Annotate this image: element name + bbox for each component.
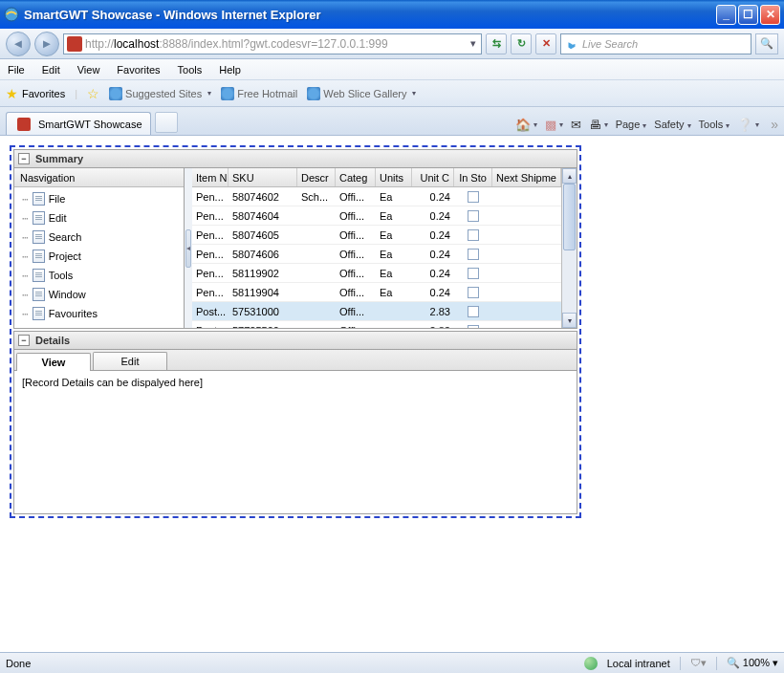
tree-item[interactable]: ⋯Favourites xyxy=(14,304,184,323)
menu-file[interactable]: File xyxy=(8,64,25,76)
address-bar[interactable]: http://localhost:8888/index.html?gwt.cod… xyxy=(63,33,482,54)
checkbox[interactable] xyxy=(468,191,479,203)
scroll-track[interactable] xyxy=(562,184,577,313)
print-button[interactable]: 🖶 xyxy=(589,118,608,132)
grid-scrollbar[interactable]: ▴ ▾ xyxy=(561,168,577,328)
free-hotmail-link[interactable]: Free Hotmail xyxy=(221,87,297,100)
scroll-thumb[interactable] xyxy=(563,184,576,250)
col-item[interactable]: Item N xyxy=(192,168,229,186)
tools-menu[interactable]: Tools xyxy=(699,119,730,130)
menu-favorites[interactable]: Favorites xyxy=(117,64,160,76)
grid-row[interactable]: Pen...58074604Offi...Ea0.24 xyxy=(192,206,561,226)
cell-category: Offi... xyxy=(336,321,376,328)
col-descr[interactable]: Descr xyxy=(297,168,336,186)
security-zone[interactable]: Local intranet xyxy=(607,658,670,669)
splitter-handle[interactable]: ◂ xyxy=(185,229,191,268)
add-fav-icon[interactable]: ☆ xyxy=(87,86,99,101)
tree-item[interactable]: ⋯Project xyxy=(14,247,184,266)
grid-row[interactable]: Pen...58074605Offi...Ea0.24 xyxy=(192,226,561,245)
tree-item-label: Tools xyxy=(49,270,74,281)
home-button[interactable]: 🏠 xyxy=(515,118,537,132)
tree-item[interactable]: ⋯Window xyxy=(14,285,184,304)
collapse-icon[interactable]: − xyxy=(18,335,30,346)
cell-sku: 58119902 xyxy=(229,264,297,282)
scroll-up-button[interactable]: ▴ xyxy=(562,168,577,184)
checkbox[interactable] xyxy=(468,268,479,279)
tab-view[interactable]: View xyxy=(16,353,91,371)
compat-button[interactable]: ⇆ xyxy=(486,33,507,54)
cell-units: Ea xyxy=(376,226,412,244)
navigation-header[interactable]: Nasvigation xyxy=(14,168,184,187)
mail-button[interactable]: ✉ xyxy=(571,118,581,132)
back-button[interactable]: ◄ xyxy=(6,32,31,56)
tree-item[interactable]: ⋯Edit xyxy=(14,208,184,228)
details-header[interactable]: − Details xyxy=(13,331,577,350)
cell-unitcost: 0.24 xyxy=(412,264,454,282)
safety-menu[interactable]: Safety xyxy=(654,119,690,130)
cell-nextship xyxy=(492,321,561,328)
grid-row[interactable]: Post...57531000Offi...2.83 xyxy=(192,302,561,321)
splitter[interactable]: ◂ xyxy=(185,168,192,328)
cell-category: Offi... xyxy=(336,302,376,320)
col-sku[interactable]: SKU xyxy=(229,168,297,186)
grid-row[interactable]: Pen...58074606Offi...Ea0.24 xyxy=(192,245,561,264)
web-slice-link[interactable]: Web Slice Gallery xyxy=(307,87,416,100)
collapse-icon[interactable]: − xyxy=(18,153,30,164)
menu-bar: File Edit View Favorites Tools Help xyxy=(0,59,784,80)
tree-item[interactable]: ⋯File xyxy=(14,189,184,208)
scroll-down-button[interactable]: ▾ xyxy=(562,313,577,328)
cell-item: Pen... xyxy=(192,245,229,263)
cell-item: Pen... xyxy=(192,187,229,206)
grid-row[interactable]: Pen...58074602Sch...Offi...Ea0.24 xyxy=(192,187,561,206)
tab-edit[interactable]: Edit xyxy=(93,352,167,370)
address-dropdown[interactable]: ▾ xyxy=(466,37,481,50)
new-tab-button[interactable] xyxy=(155,112,178,133)
cell-description xyxy=(297,283,336,301)
search-box[interactable]: Live Search xyxy=(560,33,751,54)
page-menu[interactable]: Page xyxy=(616,119,647,130)
help-button[interactable]: ❔ xyxy=(737,118,759,132)
forward-button[interactable]: ► xyxy=(34,32,59,56)
grid-row[interactable]: Post...57725500Offi...2.83 xyxy=(192,321,561,328)
menu-help[interactable]: Help xyxy=(219,64,241,76)
suggested-sites-link[interactable]: Suggested Sites xyxy=(109,87,211,100)
grid-header: Item N SKU Descr Categ Units Unit C In S… xyxy=(192,168,561,187)
checkbox[interactable] xyxy=(468,210,479,222)
grid-row[interactable]: Pen...58119902Offi...Ea0.24 xyxy=(192,264,561,283)
protected-mode-icon[interactable]: 🛡▾ xyxy=(690,657,707,669)
col-category[interactable]: Categ xyxy=(336,168,376,186)
close-button[interactable]: ✕ xyxy=(760,5,780,25)
cell-nextship xyxy=(492,264,561,282)
tree-item[interactable]: ⋯Search xyxy=(14,228,184,247)
overflow-chevron[interactable]: » xyxy=(771,117,778,132)
stop-button[interactable]: ✕ xyxy=(535,33,556,54)
rss-button[interactable]: ▩ xyxy=(545,118,563,132)
favorites-button[interactable]: ★Favorites xyxy=(6,86,65,101)
grid-row[interactable]: Pen...58119904Offi...Ea0.24 xyxy=(192,283,561,302)
tree-item[interactable]: ⋯Tools xyxy=(14,266,184,285)
zoom-control[interactable]: 🔍 100% ▾ xyxy=(727,657,778,669)
checkbox[interactable] xyxy=(468,325,479,329)
menu-view[interactable]: View xyxy=(77,64,100,76)
col-unitcost[interactable]: Unit C xyxy=(412,168,454,186)
col-instock[interactable]: In Sto xyxy=(454,168,492,186)
cell-instock xyxy=(454,245,492,263)
menu-tools[interactable]: Tools xyxy=(178,64,203,76)
browser-tab[interactable]: SmartGWT Showcase xyxy=(6,112,151,135)
cell-description xyxy=(297,321,336,328)
cell-description xyxy=(297,264,336,282)
col-nextship[interactable]: Next Shipme xyxy=(492,168,561,186)
minimize-button[interactable]: _ xyxy=(716,5,736,25)
checkbox[interactable] xyxy=(468,229,479,241)
search-button[interactable]: 🔍 xyxy=(755,33,778,54)
menu-edit[interactable]: Edit xyxy=(42,64,60,76)
col-units[interactable]: Units xyxy=(376,168,412,186)
checkbox[interactable] xyxy=(468,306,479,317)
maximize-button[interactable]: ☐ xyxy=(738,5,758,25)
cell-sku: 58119904 xyxy=(229,283,297,301)
checkbox[interactable] xyxy=(468,249,479,260)
cell-item: Post... xyxy=(192,321,229,328)
summary-header[interactable]: − Summary xyxy=(13,149,577,168)
checkbox[interactable] xyxy=(468,287,479,298)
refresh-button[interactable]: ↻ xyxy=(511,33,532,54)
